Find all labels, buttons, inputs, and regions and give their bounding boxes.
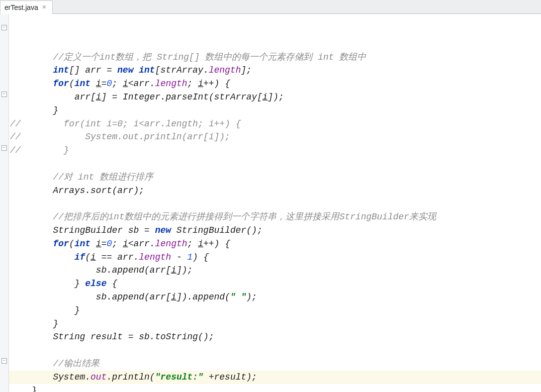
- code-content: //定义一个int数组，把 String[] 数组中的每一个元素存储到 int …: [10, 51, 541, 392]
- fold-icon[interactable]: −: [1, 358, 7, 364]
- fold-icon[interactable]: −: [1, 92, 7, 97]
- file-tab[interactable]: erTest.java ×: [0, 0, 53, 14]
- gutter: − − − −: [0, 14, 9, 392]
- fold-icon[interactable]: −: [1, 25, 7, 30]
- code-editor[interactable]: //定义一个int数组，把 String[] 数组中的每一个元素存储到 int …: [9, 14, 541, 392]
- tab-label: erTest.java: [4, 3, 38, 11]
- editor-wrap: − − − − //定义一个int数组，把 String[] 数组中的每一个元素…: [0, 14, 541, 392]
- close-icon[interactable]: ×: [41, 3, 47, 11]
- tab-bar: erTest.java ×: [0, 0, 541, 14]
- fold-icon[interactable]: −: [1, 145, 7, 151]
